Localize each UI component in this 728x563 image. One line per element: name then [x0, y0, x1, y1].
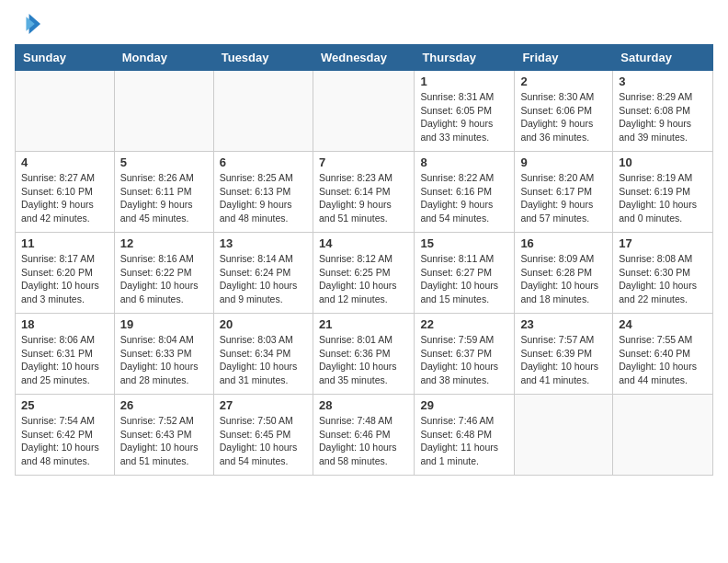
calendar-cell: 19Sunrise: 8:04 AM Sunset: 6:33 PM Dayli…	[114, 314, 213, 395]
day-info: Sunrise: 8:29 AM Sunset: 6:08 PM Dayligh…	[619, 90, 707, 144]
calendar-week-row: 1Sunrise: 8:31 AM Sunset: 6:05 PM Daylig…	[16, 71, 713, 152]
calendar-week-row: 25Sunrise: 7:54 AM Sunset: 6:42 PM Dayli…	[16, 395, 713, 476]
day-info: Sunrise: 8:30 AM Sunset: 6:06 PM Dayligh…	[520, 90, 607, 144]
calendar-cell: 1Sunrise: 8:31 AM Sunset: 6:05 PM Daylig…	[415, 71, 515, 152]
calendar-cell: 12Sunrise: 8:16 AM Sunset: 6:22 PM Dayli…	[114, 233, 213, 314]
day-number: 20	[220, 317, 307, 331]
day-number: 3	[619, 75, 707, 88]
day-number: 26	[120, 398, 208, 412]
day-number: 1	[420, 75, 508, 88]
logo	[15, 11, 44, 37]
calendar-cell: 16Sunrise: 8:09 AM Sunset: 6:28 PM Dayli…	[515, 233, 613, 314]
day-number: 5	[120, 155, 208, 169]
calendar-cell	[16, 71, 115, 152]
calendar-week-row: 4Sunrise: 8:27 AM Sunset: 6:10 PM Daylig…	[16, 152, 713, 233]
day-of-week-header: Saturday	[613, 45, 713, 71]
day-of-week-header: Tuesday	[213, 45, 313, 71]
day-info: Sunrise: 8:27 AM Sunset: 6:10 PM Dayligh…	[21, 171, 108, 225]
header	[15, 11, 713, 37]
calendar-cell: 25Sunrise: 7:54 AM Sunset: 6:42 PM Dayli…	[16, 395, 115, 476]
day-of-week-header: Monday	[114, 45, 213, 71]
calendar-cell	[613, 395, 713, 476]
day-info: Sunrise: 8:03 AM Sunset: 6:34 PM Dayligh…	[220, 333, 307, 387]
day-info: Sunrise: 8:23 AM Sunset: 6:14 PM Dayligh…	[319, 171, 408, 225]
day-number: 16	[520, 236, 607, 250]
day-number: 24	[619, 317, 707, 331]
day-number: 4	[21, 155, 108, 169]
calendar-cell: 22Sunrise: 7:59 AM Sunset: 6:37 PM Dayli…	[415, 314, 515, 395]
day-number: 10	[619, 155, 707, 169]
calendar-cell	[114, 71, 213, 152]
calendar-cell: 10Sunrise: 8:19 AM Sunset: 6:19 PM Dayli…	[613, 152, 713, 233]
day-number: 25	[21, 398, 108, 412]
calendar-cell: 7Sunrise: 8:23 AM Sunset: 6:14 PM Daylig…	[313, 152, 414, 233]
day-info: Sunrise: 8:04 AM Sunset: 6:33 PM Dayligh…	[120, 333, 208, 387]
day-info: Sunrise: 7:52 AM Sunset: 6:43 PM Dayligh…	[120, 414, 208, 468]
day-info: Sunrise: 8:20 AM Sunset: 6:17 PM Dayligh…	[520, 171, 607, 225]
day-info: Sunrise: 8:17 AM Sunset: 6:20 PM Dayligh…	[21, 252, 108, 306]
day-info: Sunrise: 7:59 AM Sunset: 6:37 PM Dayligh…	[420, 333, 508, 387]
day-number: 22	[420, 317, 508, 331]
day-number: 2	[520, 75, 607, 88]
day-number: 19	[120, 317, 208, 331]
calendar-cell: 3Sunrise: 8:29 AM Sunset: 6:08 PM Daylig…	[613, 71, 713, 152]
day-number: 21	[319, 317, 408, 331]
logo-icon	[15, 11, 40, 37]
calendar-cell	[313, 71, 414, 152]
day-number: 9	[520, 155, 607, 169]
day-of-week-header: Sunday	[16, 45, 115, 71]
calendar-cell: 15Sunrise: 8:11 AM Sunset: 6:27 PM Dayli…	[415, 233, 515, 314]
calendar-table: SundayMondayTuesdayWednesdayThursdayFrid…	[15, 44, 713, 476]
calendar-cell: 14Sunrise: 8:12 AM Sunset: 6:25 PM Dayli…	[313, 233, 414, 314]
calendar-cell: 27Sunrise: 7:50 AM Sunset: 6:45 PM Dayli…	[213, 395, 313, 476]
calendar-cell: 6Sunrise: 8:25 AM Sunset: 6:13 PM Daylig…	[213, 152, 313, 233]
page: SundayMondayTuesdayWednesdayThursdayFrid…	[0, 0, 728, 487]
day-number: 15	[420, 236, 508, 250]
day-info: Sunrise: 8:19 AM Sunset: 6:19 PM Dayligh…	[619, 171, 707, 225]
calendar-cell: 24Sunrise: 7:55 AM Sunset: 6:40 PM Dayli…	[613, 314, 713, 395]
calendar-cell: 28Sunrise: 7:48 AM Sunset: 6:46 PM Dayli…	[313, 395, 414, 476]
day-info: Sunrise: 8:31 AM Sunset: 6:05 PM Dayligh…	[420, 90, 508, 144]
day-of-week-header: Thursday	[415, 45, 515, 71]
day-number: 14	[319, 236, 408, 250]
day-number: 8	[420, 155, 508, 169]
day-info: Sunrise: 8:14 AM Sunset: 6:24 PM Dayligh…	[220, 252, 307, 306]
calendar-cell	[213, 71, 313, 152]
calendar-cell: 21Sunrise: 8:01 AM Sunset: 6:36 PM Dayli…	[313, 314, 414, 395]
day-info: Sunrise: 7:57 AM Sunset: 6:39 PM Dayligh…	[520, 333, 607, 387]
calendar-cell: 8Sunrise: 8:22 AM Sunset: 6:16 PM Daylig…	[415, 152, 515, 233]
calendar-cell: 17Sunrise: 8:08 AM Sunset: 6:30 PM Dayli…	[613, 233, 713, 314]
calendar-cell: 9Sunrise: 8:20 AM Sunset: 6:17 PM Daylig…	[515, 152, 613, 233]
day-number: 11	[21, 236, 108, 250]
day-number: 18	[21, 317, 108, 331]
calendar-cell: 4Sunrise: 8:27 AM Sunset: 6:10 PM Daylig…	[16, 152, 115, 233]
day-info: Sunrise: 7:50 AM Sunset: 6:45 PM Dayligh…	[220, 414, 307, 468]
day-info: Sunrise: 8:09 AM Sunset: 6:28 PM Dayligh…	[520, 252, 607, 306]
day-of-week-header: Friday	[515, 45, 613, 71]
day-number: 28	[319, 398, 408, 412]
calendar-cell: 20Sunrise: 8:03 AM Sunset: 6:34 PM Dayli…	[213, 314, 313, 395]
day-info: Sunrise: 8:06 AM Sunset: 6:31 PM Dayligh…	[21, 333, 108, 387]
calendar-header-row: SundayMondayTuesdayWednesdayThursdayFrid…	[16, 45, 713, 71]
day-info: Sunrise: 8:01 AM Sunset: 6:36 PM Dayligh…	[319, 333, 408, 387]
day-info: Sunrise: 7:48 AM Sunset: 6:46 PM Dayligh…	[319, 414, 408, 468]
day-info: Sunrise: 8:11 AM Sunset: 6:27 PM Dayligh…	[420, 252, 508, 306]
calendar-cell: 11Sunrise: 8:17 AM Sunset: 6:20 PM Dayli…	[16, 233, 115, 314]
calendar-cell: 23Sunrise: 7:57 AM Sunset: 6:39 PM Dayli…	[515, 314, 613, 395]
day-info: Sunrise: 7:54 AM Sunset: 6:42 PM Dayligh…	[21, 414, 108, 468]
day-number: 27	[220, 398, 307, 412]
day-info: Sunrise: 8:22 AM Sunset: 6:16 PM Dayligh…	[420, 171, 508, 225]
calendar-cell: 18Sunrise: 8:06 AM Sunset: 6:31 PM Dayli…	[16, 314, 115, 395]
day-number: 29	[420, 398, 508, 412]
calendar-cell: 26Sunrise: 7:52 AM Sunset: 6:43 PM Dayli…	[114, 395, 213, 476]
day-number: 13	[220, 236, 307, 250]
day-number: 6	[220, 155, 307, 169]
day-info: Sunrise: 8:16 AM Sunset: 6:22 PM Dayligh…	[120, 252, 208, 306]
calendar-cell: 2Sunrise: 8:30 AM Sunset: 6:06 PM Daylig…	[515, 71, 613, 152]
day-info: Sunrise: 8:08 AM Sunset: 6:30 PM Dayligh…	[619, 252, 707, 306]
calendar-cell: 29Sunrise: 7:46 AM Sunset: 6:48 PM Dayli…	[415, 395, 515, 476]
day-number: 17	[619, 236, 707, 250]
day-number: 12	[120, 236, 208, 250]
day-of-week-header: Wednesday	[313, 45, 414, 71]
calendar-week-row: 11Sunrise: 8:17 AM Sunset: 6:20 PM Dayli…	[16, 233, 713, 314]
